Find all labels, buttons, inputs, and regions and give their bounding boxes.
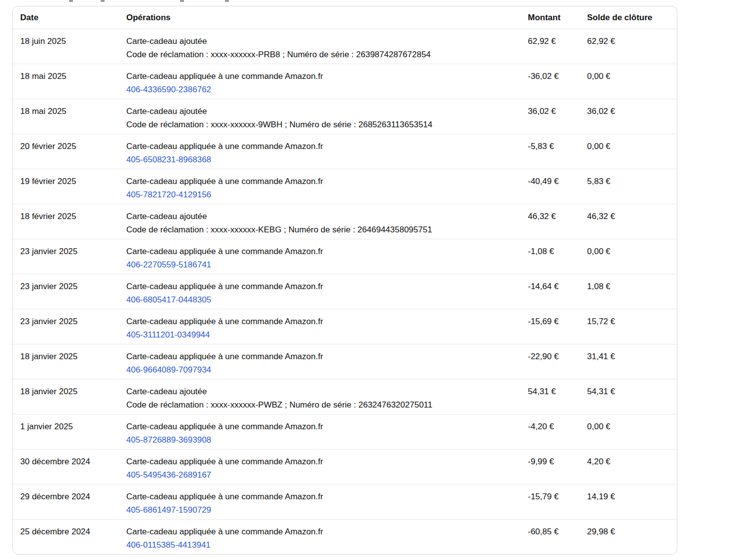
operation-title: Carte-cadeau appliquée à une commande Am…: [126, 70, 520, 83]
order-number-link[interactable]: 405-5495436-2689167: [126, 468, 211, 482]
clipped-text-fragment: [225, 0, 229, 2]
order-number-link[interactable]: 405-6508231-8968368: [126, 153, 211, 166]
cell-operations: Carte-cadeau appliquée à une commande Am…: [119, 140, 520, 169]
operation-title: Carte-cadeau ajoutée: [126, 105, 520, 118]
cell-date: 18 février 2025: [13, 210, 119, 239]
order-number-link[interactable]: 405-6861497-1590729: [126, 503, 211, 517]
cell-amount: -40,49 €: [520, 175, 580, 204]
column-header-operations: Opérations: [119, 13, 520, 23]
table-row: 18 janvier 2025 Carte-cadeau appliquée à…: [13, 344, 677, 379]
cell-closing-balance: 0,00 €: [580, 140, 677, 169]
cell-operations: Carte-cadeau appliquée à une commande Am…: [119, 315, 520, 344]
order-number-link[interactable]: 405-8726889-3693908: [126, 433, 211, 447]
clipped-text-fragment: [69, 0, 73, 2]
cell-date: 18 mai 2025: [13, 105, 119, 134]
cell-operations: Carte-cadeau appliquée à une commande Am…: [119, 350, 520, 379]
cell-closing-balance: 46,32 €: [580, 210, 677, 239]
cell-amount: -1,08 €: [520, 245, 580, 274]
operation-title: Carte-cadeau appliquée à une commande Am…: [126, 350, 520, 363]
table-row: 18 février 2025 Carte-cadeau ajoutée Cod…: [13, 204, 677, 239]
claim-code-detail: Code de réclamation : xxxx-xxxxxx-PWBZ ;…: [126, 398, 520, 411]
cell-operations: Carte-cadeau ajoutée Code de réclamation…: [119, 385, 520, 414]
cell-amount: -14,64 €: [520, 280, 580, 309]
table-row: 18 mai 2025 Carte-cadeau appliquée à une…: [13, 64, 677, 99]
cell-operations: Carte-cadeau appliquée à une commande Am…: [119, 455, 520, 484]
table-row: 23 janvier 2025 Carte-cadeau appliquée à…: [13, 274, 677, 309]
cell-amount: -22,90 €: [520, 350, 580, 379]
operation-title: Carte-cadeau appliquée à une commande Am…: [126, 490, 520, 503]
cell-operations: Carte-cadeau appliquée à une commande Am…: [119, 175, 520, 204]
order-number-link[interactable]: 405-7821720-4129156: [126, 188, 211, 201]
cell-date: 19 février 2025: [13, 175, 119, 204]
cell-date: 18 mai 2025: [13, 70, 119, 99]
table-header-row: Date Opérations Montant Solde de clôture: [13, 6, 677, 29]
cell-operations: Carte-cadeau ajoutée Code de réclamation…: [119, 105, 520, 134]
claim-code-detail: Code de réclamation : xxxx-xxxxxx-PRB8 ;…: [126, 48, 520, 61]
cell-closing-balance: 54,31 €: [580, 385, 677, 414]
cell-date: 20 février 2025: [13, 140, 119, 169]
cell-operations: Carte-cadeau ajoutée Code de réclamation…: [119, 210, 520, 239]
cell-date: 18 janvier 2025: [13, 350, 119, 379]
cell-date: 23 janvier 2025: [13, 245, 119, 274]
order-number-link[interactable]: 406-0115385-4413941: [126, 538, 211, 552]
cell-amount: -15,69 €: [520, 315, 580, 344]
cell-operations: Carte-cadeau appliquée à une commande Am…: [119, 490, 520, 519]
clipped-text-fragment: [180, 0, 184, 2]
operation-title: Carte-cadeau appliquée à une commande Am…: [126, 140, 520, 153]
order-number-link[interactable]: 406-4336590-2386762: [126, 83, 211, 96]
cell-closing-balance: 15,72 €: [580, 315, 677, 344]
cell-closing-balance: 5,83 €: [580, 175, 677, 204]
cell-amount: -5,83 €: [520, 140, 580, 169]
table-row: 20 février 2025 Carte-cadeau appliquée à…: [13, 134, 677, 169]
cell-closing-balance: 0,00 €: [580, 420, 677, 449]
cell-operations: Carte-cadeau appliquée à une commande Am…: [119, 420, 520, 449]
claim-code-detail: Code de réclamation : xxxx-xxxxxx-9WBH ;…: [126, 118, 520, 131]
table-row: 25 décembre 2024 Carte-cadeau appliquée …: [13, 520, 677, 555]
table-row: 30 décembre 2024 Carte-cadeau appliquée …: [13, 449, 677, 485]
cell-date: 23 janvier 2025: [13, 315, 119, 344]
column-header-amount: Montant: [520, 13, 580, 23]
cell-date: 30 décembre 2024: [13, 455, 119, 484]
operation-title: Carte-cadeau appliquée à une commande Am…: [126, 175, 520, 188]
cell-closing-balance: 0,00 €: [580, 245, 677, 274]
cell-closing-balance: 0,00 €: [580, 70, 677, 99]
cell-closing-balance: 14,19 €: [580, 490, 677, 519]
cell-closing-balance: 62,92 €: [580, 35, 677, 64]
cell-amount: -9,99 €: [520, 455, 580, 484]
cell-amount: -15,79 €: [520, 490, 580, 519]
cell-closing-balance: 29,98 €: [580, 525, 677, 555]
cell-amount: 36,02 €: [520, 105, 580, 134]
operation-title: Carte-cadeau appliquée à une commande Am…: [126, 420, 520, 433]
cell-closing-balance: 31,41 €: [580, 350, 677, 379]
cell-date: 29 décembre 2024: [13, 490, 119, 519]
cell-amount: 54,31 €: [520, 385, 580, 414]
table-row: 1 janvier 2025 Carte-cadeau appliquée à …: [13, 414, 677, 449]
operation-title: Carte-cadeau appliquée à une commande Am…: [126, 280, 520, 293]
cell-date: 23 janvier 2025: [13, 280, 119, 309]
order-number-link[interactable]: 406-9664089-7097934: [126, 363, 211, 376]
order-number-link[interactable]: 405-3111201-0349944: [126, 328, 210, 341]
cell-closing-balance: 36,02 €: [580, 105, 677, 134]
cell-amount: -4,20 €: [520, 420, 580, 449]
table-row: 19 février 2025 Carte-cadeau appliquée à…: [13, 169, 677, 204]
cell-date: 18 juin 2025: [13, 35, 119, 64]
table-row: 23 janvier 2025 Carte-cadeau appliquée à…: [13, 309, 677, 344]
operation-title: Carte-cadeau appliquée à une commande Am…: [126, 315, 520, 328]
operation-title: Carte-cadeau ajoutée: [126, 385, 520, 398]
cell-amount: -60,85 €: [520, 525, 580, 555]
cell-amount: 62,92 €: [520, 35, 580, 64]
cell-closing-balance: 4,20 €: [580, 455, 677, 484]
order-number-link[interactable]: 406-6805417-0448305: [126, 293, 211, 306]
operation-title: Carte-cadeau appliquée à une commande Am…: [126, 455, 520, 468]
order-number-link[interactable]: 406-2270559-5186741: [126, 258, 211, 271]
cell-amount: 46,32 €: [520, 210, 580, 239]
operation-title: Carte-cadeau appliquée à une commande Am…: [126, 525, 520, 538]
table-row: 18 mai 2025 Carte-cadeau ajoutée Code de…: [13, 99, 677, 134]
cell-operations: Carte-cadeau appliquée à une commande Am…: [119, 245, 520, 274]
gift-card-activity-table-card: Date Opérations Montant Solde de clôture…: [12, 6, 677, 555]
table-row: 23 janvier 2025 Carte-cadeau appliquée à…: [13, 239, 677, 274]
table-row: 18 janvier 2025 Carte-cadeau ajoutée Cod…: [13, 379, 677, 414]
cell-operations: Carte-cadeau ajoutée Code de réclamation…: [119, 35, 520, 64]
operation-title: Carte-cadeau appliquée à une commande Am…: [126, 245, 520, 258]
cell-operations: Carte-cadeau appliquée à une commande Am…: [119, 525, 520, 555]
